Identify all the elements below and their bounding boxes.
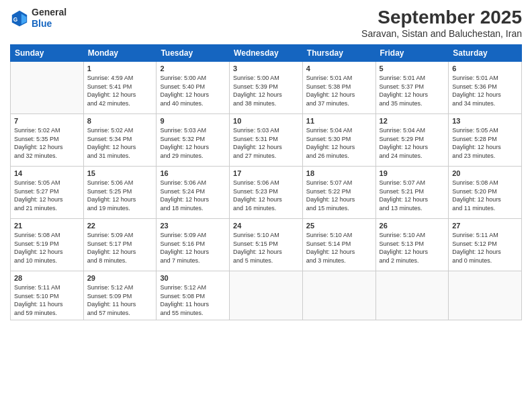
location-title: Saravan, Sistan and Baluchestan, Iran [361,28,522,39]
day-number: 23 [160,222,226,230]
calendar-week-3: 14Sunrise: 5:05 AM Sunset: 5:27 PM Dayli… [11,167,522,219]
calendar-cell: 14Sunrise: 5:05 AM Sunset: 5:27 PM Dayli… [11,167,84,219]
day-number: 6 [452,64,518,73]
cell-info: Sunrise: 5:11 AM Sunset: 5:12 PM Dayligh… [452,231,518,265]
day-number: 13 [452,117,518,125]
cell-info: Sunrise: 5:12 AM Sunset: 5:09 PM Dayligh… [87,283,153,317]
calendar-cell [11,62,84,114]
day-number: 4 [306,64,372,73]
calendar-page: G General Blue September 2025 Saravan, S… [0,0,532,411]
calendar-cell: 23Sunrise: 5:09 AM Sunset: 5:16 PM Dayli… [157,219,230,271]
day-number: 28 [14,274,80,282]
calendar-cell: 5Sunrise: 5:01 AM Sunset: 5:37 PM Daylig… [375,62,449,114]
calendar-cell: 19Sunrise: 5:07 AM Sunset: 5:21 PM Dayli… [375,167,449,219]
day-number: 26 [380,222,445,230]
logo: G General Blue [10,7,66,30]
cell-info: Sunrise: 5:01 AM Sunset: 5:36 PM Dayligh… [452,74,518,107]
day-number: 1 [87,64,153,73]
logo-blue: Blue [32,18,66,30]
day-number: 22 [87,222,153,230]
cell-info: Sunrise: 5:10 AM Sunset: 5:15 PM Dayligh… [233,231,299,265]
day-number: 19 [380,169,445,177]
cell-info: Sunrise: 5:02 AM Sunset: 5:35 PM Dayligh… [14,126,80,160]
cell-info: Sunrise: 5:08 AM Sunset: 5:20 PM Dayligh… [452,179,518,212]
title-section: September 2025 Saravan, Sistan and Baluc… [361,7,522,39]
day-number: 5 [380,64,445,73]
cell-info: Sunrise: 5:05 AM Sunset: 5:27 PM Dayligh… [14,179,80,212]
day-number: 17 [233,169,299,177]
cell-info: Sunrise: 5:06 AM Sunset: 5:23 PM Dayligh… [233,179,299,212]
day-number: 30 [160,274,226,282]
day-number: 15 [87,169,153,177]
calendar-cell: 6Sunrise: 5:01 AM Sunset: 5:36 PM Daylig… [449,62,522,114]
month-title: September 2025 [361,7,522,28]
calendar-week-2: 7Sunrise: 5:02 AM Sunset: 5:35 PM Daylig… [11,114,522,167]
cell-info: Sunrise: 5:07 AM Sunset: 5:22 PM Dayligh… [306,179,372,212]
calendar-cell: 3Sunrise: 5:00 AM Sunset: 5:39 PM Daylig… [230,62,303,114]
weekday-header-monday: Monday [83,45,157,62]
calendar-cell: 2Sunrise: 5:00 AM Sunset: 5:40 PM Daylig… [157,62,230,114]
day-number: 7 [14,117,80,125]
cell-info: Sunrise: 5:04 AM Sunset: 5:29 PM Dayligh… [380,126,445,160]
calendar-cell: 20Sunrise: 5:08 AM Sunset: 5:20 PM Dayli… [449,167,522,219]
calendar-cell: 4Sunrise: 5:01 AM Sunset: 5:38 PM Daylig… [302,62,375,114]
cell-info: Sunrise: 4:59 AM Sunset: 5:41 PM Dayligh… [87,74,153,107]
cell-info: Sunrise: 5:04 AM Sunset: 5:30 PM Dayligh… [306,126,372,160]
cell-info: Sunrise: 5:09 AM Sunset: 5:17 PM Dayligh… [87,231,153,265]
svg-text:G: G [13,15,18,22]
calendar-cell: 17Sunrise: 5:06 AM Sunset: 5:23 PM Dayli… [230,167,303,219]
header: G General Blue September 2025 Saravan, S… [10,7,522,39]
calendar-cell [302,271,375,320]
weekday-header-sunday: Sunday [11,45,84,62]
weekday-header-thursday: Thursday [302,45,375,62]
calendar-cell: 21Sunrise: 5:08 AM Sunset: 5:19 PM Dayli… [11,219,84,271]
calendar-cell: 30Sunrise: 5:12 AM Sunset: 5:08 PM Dayli… [157,271,230,320]
calendar-cell: 12Sunrise: 5:04 AM Sunset: 5:29 PM Dayli… [375,114,449,167]
weekday-header-tuesday: Tuesday [157,45,230,62]
calendar-table: SundayMondayTuesdayWednesdayThursdayFrid… [10,44,522,320]
day-number: 21 [14,222,80,230]
cell-info: Sunrise: 5:05 AM Sunset: 5:28 PM Dayligh… [452,126,518,160]
cell-info: Sunrise: 5:11 AM Sunset: 5:10 PM Dayligh… [14,283,80,317]
calendar-cell: 25Sunrise: 5:10 AM Sunset: 5:14 PM Dayli… [302,219,375,271]
weekday-header-row: SundayMondayTuesdayWednesdayThursdayFrid… [11,45,522,62]
calendar-cell [449,271,522,320]
calendar-cell: 24Sunrise: 5:10 AM Sunset: 5:15 PM Dayli… [230,219,303,271]
logo-general: General [32,7,66,18]
weekday-header-friday: Friday [375,45,449,62]
day-number: 29 [87,274,153,282]
day-number: 8 [87,117,153,125]
cell-info: Sunrise: 5:02 AM Sunset: 5:34 PM Dayligh… [87,126,153,160]
day-number: 2 [160,64,226,73]
calendar-cell [230,271,303,320]
cell-info: Sunrise: 5:01 AM Sunset: 5:38 PM Dayligh… [306,74,372,107]
cell-info: Sunrise: 5:12 AM Sunset: 5:08 PM Dayligh… [160,283,226,317]
day-number: 20 [452,169,518,177]
cell-info: Sunrise: 5:09 AM Sunset: 5:16 PM Dayligh… [160,231,226,265]
cell-info: Sunrise: 5:00 AM Sunset: 5:39 PM Dayligh… [233,74,299,107]
calendar-cell [375,271,449,320]
calendar-cell: 22Sunrise: 5:09 AM Sunset: 5:17 PM Dayli… [83,219,157,271]
weekday-header-saturday: Saturday [449,45,522,62]
calendar-cell: 8Sunrise: 5:02 AM Sunset: 5:34 PM Daylig… [83,114,157,167]
day-number: 10 [233,117,299,125]
day-number: 3 [233,64,299,73]
cell-info: Sunrise: 5:03 AM Sunset: 5:31 PM Dayligh… [233,126,299,160]
calendar-cell: 7Sunrise: 5:02 AM Sunset: 5:35 PM Daylig… [11,114,84,167]
calendar-cell: 26Sunrise: 5:10 AM Sunset: 5:13 PM Dayli… [375,219,449,271]
calendar-cell: 16Sunrise: 5:06 AM Sunset: 5:24 PM Dayli… [157,167,230,219]
cell-info: Sunrise: 5:08 AM Sunset: 5:19 PM Dayligh… [14,231,80,265]
calendar-cell: 13Sunrise: 5:05 AM Sunset: 5:28 PM Dayli… [449,114,522,167]
calendar-cell: 15Sunrise: 5:06 AM Sunset: 5:25 PM Dayli… [83,167,157,219]
calendar-week-1: 1Sunrise: 4:59 AM Sunset: 5:41 PM Daylig… [11,62,522,114]
weekday-header-wednesday: Wednesday [230,45,303,62]
cell-info: Sunrise: 5:07 AM Sunset: 5:21 PM Dayligh… [380,179,445,212]
day-number: 24 [233,222,299,230]
calendar-week-5: 28Sunrise: 5:11 AM Sunset: 5:10 PM Dayli… [11,271,522,320]
cell-info: Sunrise: 5:03 AM Sunset: 5:32 PM Dayligh… [160,126,226,160]
day-number: 9 [160,117,226,125]
logo-text: General Blue [32,7,66,30]
calendar-cell: 27Sunrise: 5:11 AM Sunset: 5:12 PM Dayli… [449,219,522,271]
logo-icon: G [10,9,29,28]
cell-info: Sunrise: 5:00 AM Sunset: 5:40 PM Dayligh… [160,74,226,107]
